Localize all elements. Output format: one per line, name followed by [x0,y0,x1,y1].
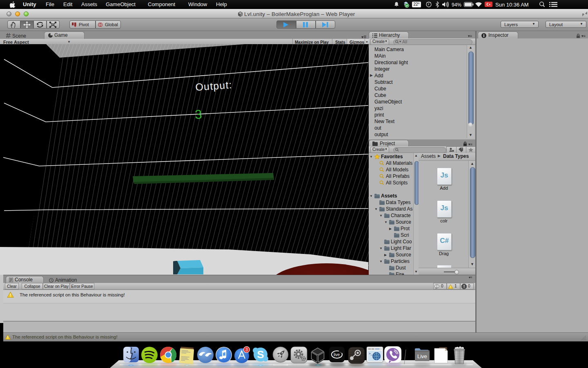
svg-text:live: live [334,352,340,357]
svg-text:>_: >_ [369,352,373,355]
svg-text:3: 3 [245,348,248,352]
svg-text:S: S [257,348,264,361]
svg-text:3: 3 [194,107,203,122]
svg-text:Live: Live [417,353,427,359]
